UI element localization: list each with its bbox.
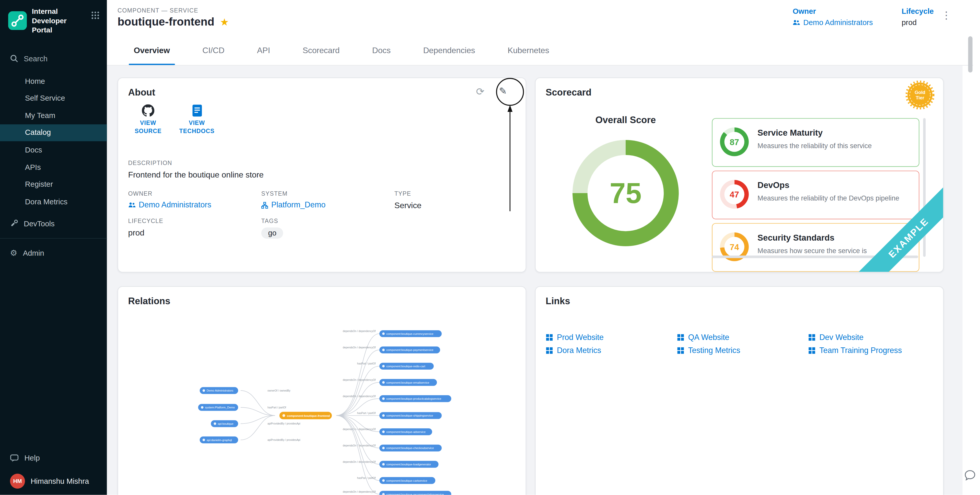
score-description: Measures the reliability of this service [757,142,872,149]
view-source-link[interactable]: VIEW SOURCE [127,102,169,135]
grid-link-icon [677,347,684,354]
edge-label: hasPart / partOf [357,362,376,365]
relation-node-label: component:boutique-frontend [287,414,330,417]
users-icon [793,19,800,25]
sidebar-item-help[interactable]: Help [10,454,97,462]
favorite-star-icon[interactable]: ★ [220,17,229,27]
sidebar-item-my-team[interactable]: My Team [0,107,107,124]
overall-score-label: Overall Score [536,115,716,125]
sidebar-item-admin[interactable]: ⚙ Admin [0,244,107,262]
score-name: DevOps [757,181,789,190]
relation-node-label: component:boutique-recommendationservice [386,493,444,495]
score-name: Security Standards [757,233,834,243]
tab-bar: Overview CI/CD API Scorecard Docs Depend… [107,35,973,66]
edge-label: dependsOn / dependencyOf [343,346,376,349]
owner-label: Owner [793,7,873,16]
sidebar-item-register[interactable]: Register [0,176,107,193]
tab-docs[interactable]: Docs [356,35,407,65]
relation-node-label: component:boutique-checkoutservice [386,446,434,450]
relation-node-label: component:boutique-adservice [386,430,426,433]
app-logo-icon [8,11,27,30]
about-system-value: Platform_Demo [271,201,326,209]
wrench-icon [10,220,18,228]
user-menu[interactable]: HM Himanshu Mishra [10,474,97,489]
tag-chip[interactable]: go [261,228,283,239]
sidebar-item-devtools[interactable]: DevTools [0,214,107,233]
edit-icon[interactable]: ✎ [499,86,507,96]
link-label: QA Website [688,333,729,342]
relation-node-label: component:boutique-currencyservice [386,332,433,335]
about-system-label: SYSTEM [261,190,326,197]
sidebar-search-label: Search [24,54,48,63]
sidebar-item-self-service[interactable]: Self Service [0,90,107,107]
relation-node-label: component:boutique-loadgenerator [386,463,431,466]
search-icon [10,55,18,63]
lifecycle-value: prod [902,18,934,27]
tab-cicd[interactable]: CI/CD [186,35,241,65]
relation-node-label: component:boutique-shippingservice [386,414,433,417]
overall-score-donut: 75 [573,140,679,246]
about-owner-value: Demo Administrators [139,201,211,209]
sidebar-nav: Home Self Service My Team Catalog Docs A… [0,72,107,210]
sidebar-devtools-label: DevTools [24,219,55,228]
owner-link[interactable]: Demo Administrators [793,18,873,27]
link-testing-metrics[interactable]: Testing Metrics [677,344,808,357]
edge-label: hasPart / partOf [267,406,286,409]
edge-label: ownerOf / ownedBy [267,389,291,392]
link-prod-website[interactable]: Prod Website [546,331,677,344]
link-dev-website[interactable]: Dev Website [808,331,939,344]
edge-label: dependsOn / dependencyOf [343,379,376,381]
sidebar-item-dora-metrics[interactable]: Dora Metrics [0,193,107,210]
relations-graph[interactable]: dependsOn / dependencyOfdependsOn / depe… [123,309,521,495]
link-dora-metrics[interactable]: Dora Metrics [546,344,677,357]
link-label: Dev Website [819,333,864,342]
edge-label: apiProvidedBy / providesApi [267,422,300,425]
edge-label: dependsOn / dependencyOf [343,395,376,398]
about-owner-link[interactable]: Demo Administrators [128,201,211,209]
overall-score-value: 75 [609,176,641,210]
page-scrollbar[interactable] [968,36,973,73]
edge-label: apiProvidedBy / providesApi [267,439,300,441]
link-team-training-progress[interactable]: Team Training Progress [808,344,939,357]
links-grid: Prod Website QA Website Dev Website Dora… [546,331,939,357]
header-owner-block: Owner Demo Administrators [793,7,873,27]
users-icon [128,202,136,208]
links-title: Links [546,296,570,306]
sidebar-header: Internal Developer Portal [0,0,107,40]
sidebar-item-catalog[interactable]: Catalog [0,124,107,142]
sidebar-item-apis[interactable]: APIs [0,159,107,176]
relation-node-label: component:boutique-productcatalogservice [386,397,441,400]
header-lifecycle-block: Lifecycle prod [902,7,934,27]
chat-widget-icon[interactable] [964,470,976,481]
scorecard-item-devops[interactable]: 47 DevOps Measures the reliability of th… [712,170,919,220]
view-techdocs-label: VIEW TECHDOCS [179,119,214,134]
owner-value: Demo Administrators [803,18,873,27]
relation-node-label: api:boutique [218,422,233,425]
score-description: Measures how secure the service is [757,247,867,254]
view-techdocs-link[interactable]: VIEW TECHDOCS [175,102,218,135]
tab-overview[interactable]: Overview [118,35,186,65]
page-title: boutique-frontend [118,16,214,29]
tab-scorecard[interactable]: Scorecard [286,35,356,65]
link-label: Testing Metrics [688,346,740,355]
about-tags-label: TAGS [261,217,283,224]
sidebar-item-home[interactable]: Home [0,72,107,90]
sidebar-search[interactable]: Search [0,49,107,68]
refresh-icon[interactable]: ⟳ [476,87,484,97]
link-qa-website[interactable]: QA Website [677,331,808,344]
tab-dependencies[interactable]: Dependencies [407,35,492,65]
user-name: Himanshu Mishra [31,477,89,485]
tab-kubernetes[interactable]: Kubernetes [491,35,565,65]
apps-grid-icon[interactable] [91,11,99,19]
link-label: Dora Metrics [557,346,601,355]
edge-label: dependsOn / dependencyOf [343,330,376,333]
kebab-menu-icon[interactable]: ⋮ [941,11,951,21]
sidebar-footer: Help HM Himanshu Mishra [0,454,107,489]
sidebar-item-docs[interactable]: Docs [0,141,107,159]
app-title: Internal Developer Portal [32,7,86,35]
about-system-link[interactable]: Platform_Demo [261,201,326,209]
scorecard-item-service-maturity[interactable]: 87 Service Maturity Measures the reliabi… [712,118,919,167]
tab-api[interactable]: API [241,35,286,65]
scorecard-card: Scorecard Gold Tier Overall Score 75 87 … [535,77,944,272]
relation-node-label: component:boutique-redis-cart [386,365,425,368]
